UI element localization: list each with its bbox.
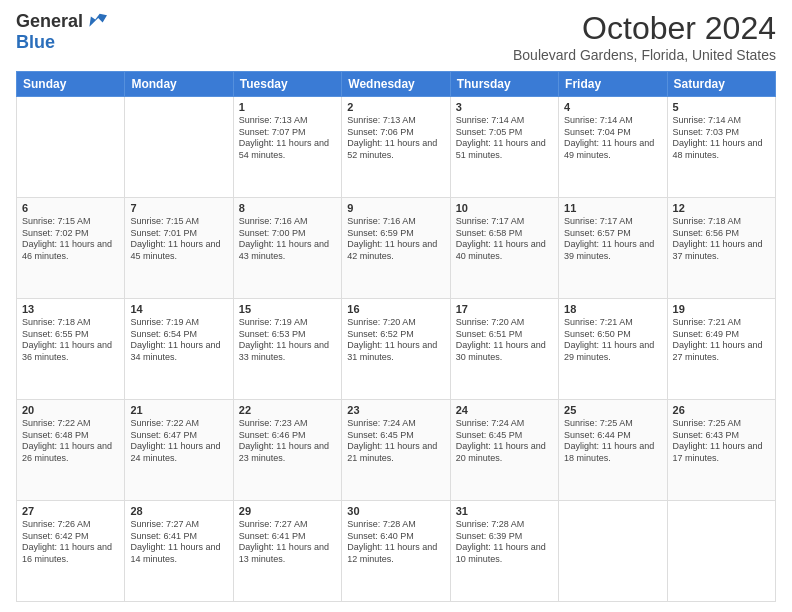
day-info: Sunrise: 7:21 AM Sunset: 6:49 PM Dayligh… (673, 317, 770, 364)
day-number: 26 (673, 404, 770, 416)
calendar-cell: 19Sunrise: 7:21 AM Sunset: 6:49 PM Dayli… (667, 299, 775, 400)
calendar-cell: 6Sunrise: 7:15 AM Sunset: 7:02 PM Daylig… (17, 198, 125, 299)
day-number: 23 (347, 404, 444, 416)
calendar-cell: 23Sunrise: 7:24 AM Sunset: 6:45 PM Dayli… (342, 400, 450, 501)
day-number: 11 (564, 202, 661, 214)
day-info: Sunrise: 7:25 AM Sunset: 6:43 PM Dayligh… (673, 418, 770, 465)
calendar-cell: 9Sunrise: 7:16 AM Sunset: 6:59 PM Daylig… (342, 198, 450, 299)
page: General Blue October 2024 Boulevard Gard… (0, 0, 792, 612)
calendar-cell: 24Sunrise: 7:24 AM Sunset: 6:45 PM Dayli… (450, 400, 558, 501)
calendar-cell: 18Sunrise: 7:21 AM Sunset: 6:50 PM Dayli… (559, 299, 667, 400)
location-text: Boulevard Gardens, Florida, United State… (513, 47, 776, 63)
day-number: 8 (239, 202, 336, 214)
calendar-cell: 16Sunrise: 7:20 AM Sunset: 6:52 PM Dayli… (342, 299, 450, 400)
calendar-cell: 17Sunrise: 7:20 AM Sunset: 6:51 PM Dayli… (450, 299, 558, 400)
day-number: 20 (22, 404, 119, 416)
calendar-cell (125, 97, 233, 198)
day-number: 25 (564, 404, 661, 416)
calendar-cell: 31Sunrise: 7:28 AM Sunset: 6:39 PM Dayli… (450, 501, 558, 602)
weekday-header-wednesday: Wednesday (342, 72, 450, 97)
day-number: 18 (564, 303, 661, 315)
day-info: Sunrise: 7:16 AM Sunset: 7:00 PM Dayligh… (239, 216, 336, 263)
calendar-week-row: 6Sunrise: 7:15 AM Sunset: 7:02 PM Daylig… (17, 198, 776, 299)
calendar-week-row: 27Sunrise: 7:26 AM Sunset: 6:42 PM Dayli… (17, 501, 776, 602)
calendar-cell: 22Sunrise: 7:23 AM Sunset: 6:46 PM Dayli… (233, 400, 341, 501)
calendar-cell: 1Sunrise: 7:13 AM Sunset: 7:07 PM Daylig… (233, 97, 341, 198)
day-info: Sunrise: 7:14 AM Sunset: 7:04 PM Dayligh… (564, 115, 661, 162)
day-info: Sunrise: 7:24 AM Sunset: 6:45 PM Dayligh… (456, 418, 553, 465)
day-number: 30 (347, 505, 444, 517)
header-right: October 2024 Boulevard Gardens, Florida,… (513, 10, 776, 63)
logo-bird-icon (85, 10, 107, 32)
day-number: 17 (456, 303, 553, 315)
calendar-cell: 12Sunrise: 7:18 AM Sunset: 6:56 PM Dayli… (667, 198, 775, 299)
calendar-cell: 3Sunrise: 7:14 AM Sunset: 7:05 PM Daylig… (450, 97, 558, 198)
day-number: 1 (239, 101, 336, 113)
day-number: 22 (239, 404, 336, 416)
calendar-cell: 28Sunrise: 7:27 AM Sunset: 6:41 PM Dayli… (125, 501, 233, 602)
month-title: October 2024 (513, 10, 776, 47)
logo: General Blue (16, 10, 107, 53)
calendar-cell (559, 501, 667, 602)
day-info: Sunrise: 7:13 AM Sunset: 7:07 PM Dayligh… (239, 115, 336, 162)
day-number: 27 (22, 505, 119, 517)
calendar-cell (17, 97, 125, 198)
day-info: Sunrise: 7:28 AM Sunset: 6:40 PM Dayligh… (347, 519, 444, 566)
calendar-cell: 7Sunrise: 7:15 AM Sunset: 7:01 PM Daylig… (125, 198, 233, 299)
day-info: Sunrise: 7:19 AM Sunset: 6:54 PM Dayligh… (130, 317, 227, 364)
calendar-cell: 11Sunrise: 7:17 AM Sunset: 6:57 PM Dayli… (559, 198, 667, 299)
day-info: Sunrise: 7:21 AM Sunset: 6:50 PM Dayligh… (564, 317, 661, 364)
day-info: Sunrise: 7:18 AM Sunset: 6:55 PM Dayligh… (22, 317, 119, 364)
calendar-cell: 5Sunrise: 7:14 AM Sunset: 7:03 PM Daylig… (667, 97, 775, 198)
day-info: Sunrise: 7:22 AM Sunset: 6:47 PM Dayligh… (130, 418, 227, 465)
calendar-header-row: SundayMondayTuesdayWednesdayThursdayFrid… (17, 72, 776, 97)
day-info: Sunrise: 7:19 AM Sunset: 6:53 PM Dayligh… (239, 317, 336, 364)
day-number: 31 (456, 505, 553, 517)
day-number: 7 (130, 202, 227, 214)
calendar-week-row: 1Sunrise: 7:13 AM Sunset: 7:07 PM Daylig… (17, 97, 776, 198)
calendar-cell: 20Sunrise: 7:22 AM Sunset: 6:48 PM Dayli… (17, 400, 125, 501)
day-info: Sunrise: 7:25 AM Sunset: 6:44 PM Dayligh… (564, 418, 661, 465)
calendar-week-row: 13Sunrise: 7:18 AM Sunset: 6:55 PM Dayli… (17, 299, 776, 400)
day-info: Sunrise: 7:24 AM Sunset: 6:45 PM Dayligh… (347, 418, 444, 465)
calendar-cell: 4Sunrise: 7:14 AM Sunset: 7:04 PM Daylig… (559, 97, 667, 198)
calendar-cell: 29Sunrise: 7:27 AM Sunset: 6:41 PM Dayli… (233, 501, 341, 602)
weekday-header-tuesday: Tuesday (233, 72, 341, 97)
calendar-cell: 25Sunrise: 7:25 AM Sunset: 6:44 PM Dayli… (559, 400, 667, 501)
calendar-cell (667, 501, 775, 602)
day-number: 2 (347, 101, 444, 113)
day-info: Sunrise: 7:13 AM Sunset: 7:06 PM Dayligh… (347, 115, 444, 162)
calendar-table: SundayMondayTuesdayWednesdayThursdayFrid… (16, 71, 776, 602)
weekday-header-saturday: Saturday (667, 72, 775, 97)
calendar-cell: 8Sunrise: 7:16 AM Sunset: 7:00 PM Daylig… (233, 198, 341, 299)
calendar-cell: 26Sunrise: 7:25 AM Sunset: 6:43 PM Dayli… (667, 400, 775, 501)
day-info: Sunrise: 7:23 AM Sunset: 6:46 PM Dayligh… (239, 418, 336, 465)
day-number: 12 (673, 202, 770, 214)
day-info: Sunrise: 7:22 AM Sunset: 6:48 PM Dayligh… (22, 418, 119, 465)
day-number: 14 (130, 303, 227, 315)
weekday-header-thursday: Thursday (450, 72, 558, 97)
day-number: 19 (673, 303, 770, 315)
day-info: Sunrise: 7:20 AM Sunset: 6:52 PM Dayligh… (347, 317, 444, 364)
weekday-header-sunday: Sunday (17, 72, 125, 97)
calendar-cell: 2Sunrise: 7:13 AM Sunset: 7:06 PM Daylig… (342, 97, 450, 198)
day-info: Sunrise: 7:16 AM Sunset: 6:59 PM Dayligh… (347, 216, 444, 263)
day-info: Sunrise: 7:27 AM Sunset: 6:41 PM Dayligh… (239, 519, 336, 566)
day-number: 13 (22, 303, 119, 315)
calendar-cell: 27Sunrise: 7:26 AM Sunset: 6:42 PM Dayli… (17, 501, 125, 602)
day-info: Sunrise: 7:18 AM Sunset: 6:56 PM Dayligh… (673, 216, 770, 263)
header: General Blue October 2024 Boulevard Gard… (16, 10, 776, 63)
calendar-week-row: 20Sunrise: 7:22 AM Sunset: 6:48 PM Dayli… (17, 400, 776, 501)
day-number: 28 (130, 505, 227, 517)
day-info: Sunrise: 7:17 AM Sunset: 6:57 PM Dayligh… (564, 216, 661, 263)
weekday-header-monday: Monday (125, 72, 233, 97)
calendar-cell: 21Sunrise: 7:22 AM Sunset: 6:47 PM Dayli… (125, 400, 233, 501)
weekday-header-friday: Friday (559, 72, 667, 97)
logo-general-text: General (16, 11, 83, 32)
day-info: Sunrise: 7:26 AM Sunset: 6:42 PM Dayligh… (22, 519, 119, 566)
day-number: 4 (564, 101, 661, 113)
day-number: 16 (347, 303, 444, 315)
day-number: 6 (22, 202, 119, 214)
day-number: 9 (347, 202, 444, 214)
calendar-cell: 30Sunrise: 7:28 AM Sunset: 6:40 PM Dayli… (342, 501, 450, 602)
